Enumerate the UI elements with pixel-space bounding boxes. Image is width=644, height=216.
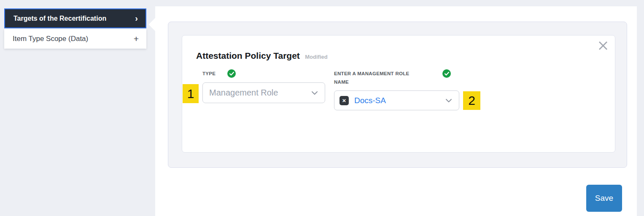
check-circle-icon	[227, 69, 236, 78]
sidebar-item-targets-of-recertification[interactable]: Targets of the Recertification ›	[4, 8, 146, 28]
chevron-down-icon	[311, 91, 318, 95]
step-badge-1: 1	[183, 84, 199, 103]
panel-pointer-notch	[148, 18, 162, 31]
step-badge-2: 2	[463, 91, 480, 110]
recertification-targets-section: Attestation Policy Target Modified TYPE …	[168, 22, 627, 168]
plus-icon: +	[134, 34, 139, 44]
check-circle-icon	[442, 69, 451, 78]
type-select[interactable]: Management Role	[202, 82, 325, 103]
role-name-select-value: Docs-SA	[354, 96, 445, 105]
modified-badge: Modified	[305, 54, 327, 60]
role-name-select[interactable]: × Docs-SA	[334, 90, 459, 110]
dialog-title-row: Attestation Policy Target Modified	[196, 51, 328, 61]
sidebar-item-label: Targets of the Recertification	[13, 15, 106, 22]
card-title: Attestation Policy Target	[196, 51, 300, 60]
remove-tag-button[interactable]: ×	[340, 96, 349, 105]
main-panel: Attestation Policy Target Modified TYPE …	[155, 6, 637, 216]
remove-x-icon: ×	[342, 96, 346, 105]
close-button[interactable]	[596, 39, 610, 52]
type-field-label: TYPE	[202, 69, 216, 78]
attestation-policy-target-card: Attestation Policy Target Modified TYPE …	[182, 35, 615, 153]
sidebar-item-label: Item Type Scope (Data)	[13, 35, 88, 43]
type-select-value: Management Role	[209, 88, 311, 98]
chevron-down-icon	[445, 98, 452, 103]
chevron-right-icon: ›	[135, 14, 138, 23]
close-icon	[598, 40, 609, 51]
save-button[interactable]: Save	[586, 185, 622, 212]
sidebar-item-item-type-scope[interactable]: Item Type Scope (Data) +	[4, 29, 146, 49]
role-name-field-label: ENTER A MANAGEMENT ROLE NAME	[334, 69, 418, 86]
sidebar: Targets of the Recertification › Item Ty…	[4, 8, 146, 49]
